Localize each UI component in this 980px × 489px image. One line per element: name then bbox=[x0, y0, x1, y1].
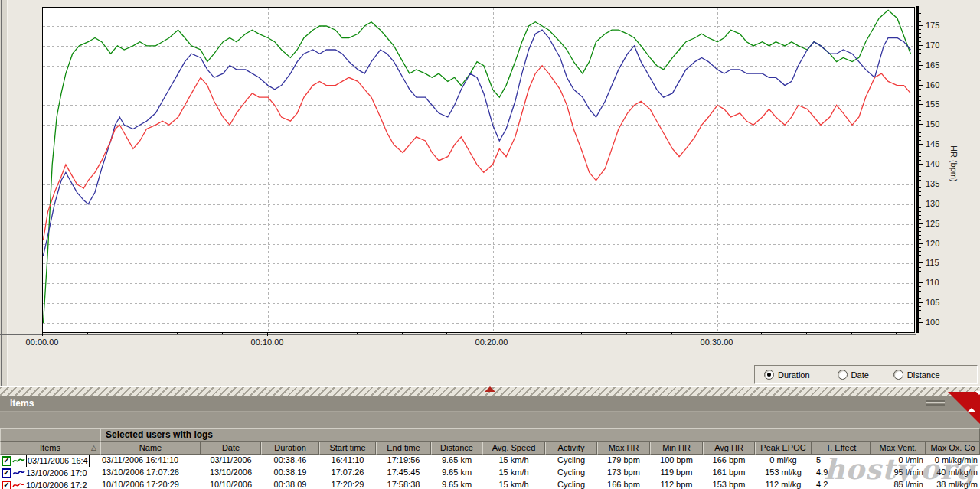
table-cell: 85 l/min bbox=[871, 479, 926, 489]
radio-distance[interactable]: Distance bbox=[893, 370, 940, 380]
log-visibility-checkbox[interactable]: ✓ bbox=[2, 481, 11, 489]
column-header-date[interactable]: Date bbox=[201, 442, 261, 455]
y-tick bbox=[919, 65, 923, 66]
radio-label: Distance bbox=[907, 370, 940, 380]
y-tick bbox=[919, 318, 921, 319]
column-header-start-time[interactable]: Start time bbox=[319, 442, 376, 455]
table-cell: 9.65 km bbox=[431, 479, 482, 489]
y-tick bbox=[919, 184, 923, 184]
x-axis-mode-group: DurationDateDistance bbox=[754, 365, 978, 384]
y-tick bbox=[919, 61, 921, 62]
table-cell: 00:38.46 bbox=[261, 455, 319, 467]
y-tick bbox=[919, 215, 921, 216]
y-tick bbox=[919, 124, 923, 125]
column-header-items[interactable]: Items△ bbox=[0, 442, 100, 455]
table-cell: 0 ml/kg bbox=[755, 455, 812, 467]
column-header-avg-speed[interactable]: Avg. Speed bbox=[482, 442, 545, 455]
table-cell: 9.65 km bbox=[431, 455, 482, 467]
table-cell: 17:19:56 bbox=[376, 455, 431, 467]
left-panel-edge-line bbox=[1, 0, 2, 386]
table-row[interactable]: ✓03/11/2006 16:403/11/2006 16:41:1003/11… bbox=[0, 455, 980, 467]
table-cell: 15 km/h bbox=[482, 455, 545, 467]
table-cell: 15 km/h bbox=[482, 467, 545, 479]
x-minor-tick bbox=[446, 332, 447, 334]
x-minor-tick bbox=[177, 332, 178, 334]
table-cell: 95 l/min bbox=[871, 467, 926, 479]
y-tick bbox=[919, 282, 923, 283]
x-major-tick bbox=[42, 332, 43, 336]
table-cell: 17:45:45 bbox=[376, 467, 431, 479]
expand-collapse-arrows-icon[interactable] bbox=[968, 395, 975, 409]
column-header-name[interactable]: Name bbox=[100, 442, 201, 455]
x-minor-tick bbox=[537, 332, 537, 334]
items-panel-toolbar-strip bbox=[0, 412, 980, 428]
y-tick bbox=[919, 140, 921, 141]
hr-series-3 bbox=[44, 66, 911, 240]
y-tick bbox=[919, 49, 921, 50]
column-header-end-time[interactable]: End time bbox=[376, 442, 431, 455]
y-tick bbox=[919, 164, 923, 165]
items-panel-title: Items bbox=[10, 398, 34, 409]
column-header-distance[interactable]: Distance bbox=[431, 442, 482, 455]
hr-chart-plot-area bbox=[42, 7, 915, 333]
titlebar-grip-icon[interactable] bbox=[926, 400, 945, 408]
app-window: 1001051101151201251301351401451501551601… bbox=[0, 0, 980, 489]
y-tick bbox=[919, 247, 921, 248]
x-minor-tick bbox=[806, 332, 807, 334]
x-minor-tick bbox=[761, 332, 762, 334]
radio-duration[interactable]: Duration bbox=[764, 370, 810, 380]
column-header-avg-hr[interactable]: Avg HR bbox=[703, 442, 755, 455]
table-cell: Cycling bbox=[545, 479, 597, 489]
y-tick-label: 145 bbox=[926, 139, 939, 148]
radio-button-icon[interactable] bbox=[893, 370, 903, 380]
y-tick bbox=[919, 200, 921, 200]
y-tick bbox=[919, 187, 921, 188]
table-cell: 03/11/2006 bbox=[201, 455, 261, 467]
radio-date[interactable]: Date bbox=[838, 370, 869, 380]
log-visibility-checkbox[interactable]: ✓ bbox=[2, 456, 11, 466]
column-header-activity[interactable]: Activity bbox=[545, 442, 597, 455]
table-row[interactable]: ✓13/10/2006 17:013/10/2006 17:07:2613/10… bbox=[0, 467, 980, 479]
x-minor-tick bbox=[357, 332, 358, 334]
y-tick bbox=[919, 251, 921, 252]
y-tick bbox=[919, 275, 921, 275]
table-cell: 0 ml/kg/min bbox=[926, 455, 980, 467]
column-header-max-vent-[interactable]: Max Vent. bbox=[871, 442, 926, 455]
x-minor-tick bbox=[132, 332, 132, 334]
y-tick bbox=[919, 29, 921, 30]
table-cell: 00:38.09 bbox=[261, 479, 319, 489]
y-axis-title: HR (bpm) bbox=[949, 145, 959, 182]
y-tick bbox=[919, 80, 921, 81]
x-minor-tick bbox=[626, 332, 627, 334]
y-tick bbox=[919, 315, 921, 315]
column-header-min-hr[interactable]: Min HR bbox=[650, 442, 703, 455]
x-minor-tick bbox=[581, 332, 582, 334]
y-tick bbox=[919, 195, 921, 196]
table-cell: 166 bpm bbox=[597, 479, 650, 489]
column-header-peak-epoc[interactable]: Peak EPOC bbox=[755, 442, 812, 455]
y-tick bbox=[919, 104, 923, 105]
x-tick-label: 00:20.00 bbox=[475, 337, 508, 347]
log-curve-icon bbox=[12, 457, 25, 465]
y-tick bbox=[919, 116, 921, 117]
radio-button-icon[interactable] bbox=[764, 370, 774, 380]
x-minor-tick bbox=[312, 332, 312, 334]
column-header-max-ox-co[interactable]: Max Ox. Co bbox=[926, 442, 980, 455]
column-header-duration[interactable]: Duration bbox=[261, 442, 319, 455]
column-header-t-effect[interactable]: T. Effect bbox=[812, 442, 871, 455]
y-tick bbox=[919, 279, 921, 279]
table-cell: Cycling bbox=[545, 467, 597, 479]
x-minor-tick bbox=[87, 332, 88, 334]
y-tick bbox=[919, 295, 921, 295]
radio-button-icon[interactable] bbox=[838, 370, 848, 380]
y-tick-label: 115 bbox=[926, 258, 939, 267]
y-tick-label: 160 bbox=[926, 80, 939, 90]
table-cell: 119 bpm bbox=[650, 467, 703, 479]
table-cell: 4.2 bbox=[812, 479, 871, 489]
splitter-grip-icon[interactable] bbox=[485, 386, 495, 392]
y-tick bbox=[919, 100, 921, 101]
table-cell: 17:58:38 bbox=[376, 479, 431, 489]
column-header-max-hr[interactable]: Max HR bbox=[597, 442, 650, 455]
table-row[interactable]: ✓10/10/2006 17:210/10/2006 17:20:2910/10… bbox=[0, 479, 980, 489]
log-visibility-checkbox[interactable]: ✓ bbox=[2, 468, 11, 478]
